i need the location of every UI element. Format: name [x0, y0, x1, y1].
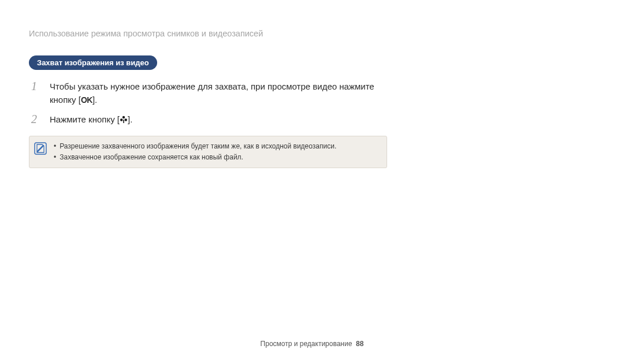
page-content: Использование режима просмотра снимков и…: [0, 0, 404, 168]
page-number: 88: [356, 340, 363, 348]
note-list: Разрешение захваченного изображения буде…: [54, 141, 336, 163]
step-text: Нажмите кнопку [].: [50, 112, 132, 128]
step-text: Чтобы указать нужное изображение для зах…: [50, 79, 376, 106]
note-item: Разрешение захваченного изображения буде…: [54, 141, 336, 152]
step-2: 2 Нажмите кнопку [].: [29, 112, 376, 128]
note-icon: [34, 142, 47, 157]
footer-section: Просмотр и редактирование: [261, 340, 352, 348]
step-pre-text: Нажмите кнопку [: [50, 114, 120, 124]
step-pre-text: Чтобы указать нужное изображение для зах…: [50, 81, 374, 105]
step-post-text: ].: [92, 95, 97, 105]
ok-button-icon: OK: [81, 95, 92, 105]
note-item: Захваченное изображение сохраняется как …: [54, 152, 336, 163]
step-number: 2: [31, 112, 44, 126]
step-number: 1: [31, 79, 44, 93]
note-callout: Разрешение захваченного изображения буде…: [29, 136, 387, 168]
svg-point-1: [120, 118, 122, 121]
chapter-header: Использование режима просмотра снимков и…: [29, 29, 376, 38]
step-post-text: ].: [128, 114, 132, 124]
svg-rect-3: [123, 120, 124, 123]
svg-point-2: [125, 118, 127, 121]
step-1: 1 Чтобы указать нужное изображение для з…: [29, 79, 376, 106]
macro-flower-icon: [120, 114, 128, 128]
svg-point-0: [122, 116, 125, 118]
section-heading-pill: Захват изображения из видео: [29, 55, 157, 70]
page-footer: Просмотр и редактирование 88: [0, 340, 624, 348]
